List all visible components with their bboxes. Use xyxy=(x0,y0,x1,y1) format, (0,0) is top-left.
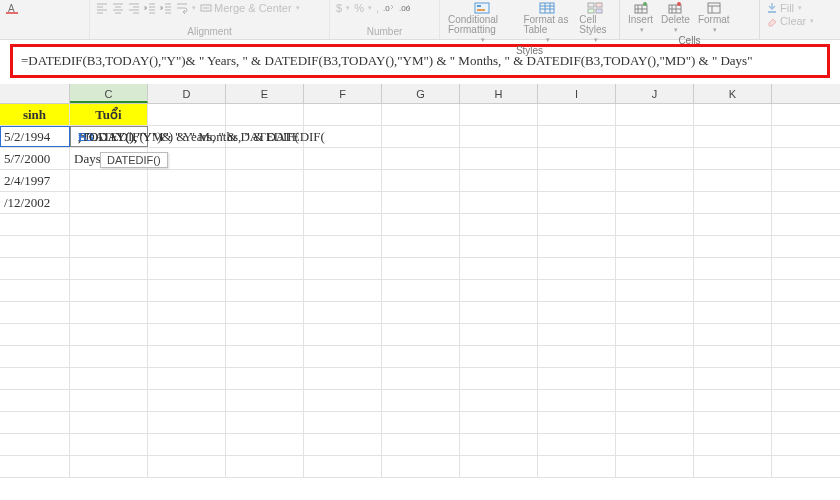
cell[interactable] xyxy=(148,412,226,433)
cell[interactable] xyxy=(148,456,226,477)
cell[interactable] xyxy=(460,456,538,477)
cell[interactable] xyxy=(226,368,304,389)
cell[interactable] xyxy=(0,390,70,411)
cell[interactable] xyxy=(538,390,616,411)
increase-indent-button[interactable] xyxy=(160,2,172,14)
cell[interactable] xyxy=(226,280,304,301)
cell[interactable] xyxy=(382,434,460,455)
cell[interactable] xyxy=(148,324,226,345)
cell[interactable] xyxy=(70,258,148,279)
cell[interactable] xyxy=(148,390,226,411)
cell[interactable] xyxy=(382,192,460,213)
cell[interactable] xyxy=(304,192,382,213)
cell[interactable] xyxy=(460,412,538,433)
cell[interactable] xyxy=(304,214,382,235)
cell[interactable] xyxy=(304,368,382,389)
cell[interactable] xyxy=(226,324,304,345)
cell[interactable] xyxy=(694,258,772,279)
clear-button[interactable]: Clear xyxy=(766,15,814,27)
cell[interactable] xyxy=(0,302,70,323)
cell[interactable] xyxy=(616,456,694,477)
cell[interactable] xyxy=(460,236,538,257)
cell[interactable] xyxy=(538,192,616,213)
cell[interactable]: 5/2/1994 xyxy=(0,126,70,147)
cell[interactable] xyxy=(0,412,70,433)
cell[interactable] xyxy=(226,346,304,367)
cell[interactable] xyxy=(382,236,460,257)
cell[interactable] xyxy=(304,104,382,125)
cell[interactable] xyxy=(304,258,382,279)
cell[interactable] xyxy=(70,434,148,455)
cell[interactable] xyxy=(226,148,304,169)
cell[interactable]: /12/2002 xyxy=(0,192,70,213)
merge-center-button[interactable]: Merge & Center xyxy=(200,2,300,14)
cell[interactable] xyxy=(694,104,772,125)
column-header[interactable]: I xyxy=(538,84,616,103)
cell[interactable] xyxy=(694,192,772,213)
cell[interactable] xyxy=(0,324,70,345)
cell[interactable] xyxy=(70,192,148,213)
cell[interactable] xyxy=(70,368,148,389)
cell-styles-button[interactable]: Cell Styles xyxy=(577,2,613,45)
cell[interactable] xyxy=(694,456,772,477)
comma-button[interactable]: , xyxy=(376,2,379,14)
cell[interactable] xyxy=(538,258,616,279)
cell[interactable] xyxy=(382,324,460,345)
cell[interactable]: Tuổi xyxy=(70,104,148,125)
cell[interactable] xyxy=(304,434,382,455)
cell[interactable] xyxy=(694,280,772,301)
cell[interactable] xyxy=(616,104,694,125)
cell[interactable] xyxy=(694,368,772,389)
cell[interactable] xyxy=(382,390,460,411)
conditional-formatting-button[interactable]: Conditional Formatting xyxy=(446,2,517,45)
cell[interactable] xyxy=(694,412,772,433)
cell[interactable] xyxy=(616,324,694,345)
cell[interactable] xyxy=(226,456,304,477)
column-header[interactable]: C xyxy=(70,84,148,103)
currency-button[interactable]: $ xyxy=(336,2,350,14)
cell[interactable] xyxy=(148,214,226,235)
cell[interactable] xyxy=(226,170,304,191)
cell[interactable] xyxy=(616,214,694,235)
cell[interactable] xyxy=(226,214,304,235)
cell[interactable] xyxy=(304,390,382,411)
cell[interactable] xyxy=(304,148,382,169)
cell[interactable] xyxy=(460,126,538,147)
cell[interactable] xyxy=(616,126,694,147)
format-cells-button[interactable]: Format xyxy=(696,2,732,35)
column-header[interactable]: J xyxy=(616,84,694,103)
cell[interactable] xyxy=(694,214,772,235)
cell[interactable] xyxy=(148,236,226,257)
formula-bar[interactable]: =DATEDIF(B3,TODAY(),"Y")& " Years, " & D… xyxy=(13,47,827,75)
cell[interactable] xyxy=(0,368,70,389)
cell[interactable] xyxy=(460,434,538,455)
cell[interactable] xyxy=(460,170,538,191)
cell[interactable] xyxy=(538,324,616,345)
cell[interactable] xyxy=(226,192,304,213)
cell[interactable] xyxy=(304,236,382,257)
cell[interactable] xyxy=(382,346,460,367)
cell[interactable] xyxy=(460,104,538,125)
cell[interactable] xyxy=(148,302,226,323)
cell[interactable] xyxy=(538,148,616,169)
cell[interactable] xyxy=(382,368,460,389)
cell[interactable] xyxy=(70,346,148,367)
cell[interactable] xyxy=(304,170,382,191)
font-color-button[interactable]: A xyxy=(6,2,18,14)
cell[interactable] xyxy=(616,412,694,433)
cell[interactable] xyxy=(538,434,616,455)
cell[interactable] xyxy=(226,236,304,257)
column-header[interactable]: G xyxy=(382,84,460,103)
align-left-button[interactable] xyxy=(96,2,108,14)
cell[interactable] xyxy=(616,280,694,301)
cell[interactable] xyxy=(694,302,772,323)
cell[interactable] xyxy=(538,346,616,367)
cell[interactable] xyxy=(694,390,772,411)
column-header[interactable]: H xyxy=(460,84,538,103)
cell[interactable]: sinh xyxy=(0,104,70,125)
align-right-button[interactable] xyxy=(128,2,140,14)
cell[interactable] xyxy=(616,390,694,411)
cell[interactable] xyxy=(148,258,226,279)
cell[interactable] xyxy=(460,280,538,301)
format-as-table-button[interactable]: Format as Table xyxy=(521,2,573,45)
